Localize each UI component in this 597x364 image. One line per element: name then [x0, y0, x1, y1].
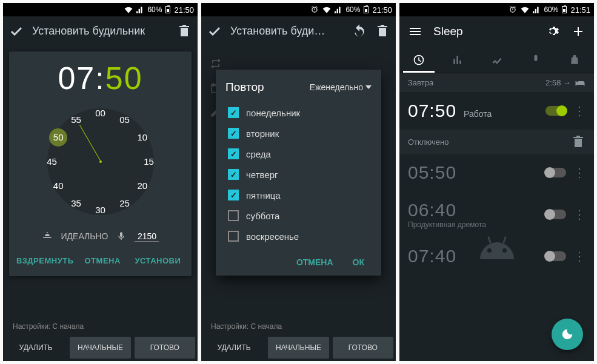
alarm-switch[interactable]	[545, 168, 566, 177]
moon-icon	[561, 328, 574, 341]
phone-1-time-picker: 60% 21:50 Установить будильник 07:50 000…	[3, 3, 198, 361]
clock-icon	[413, 54, 425, 66]
day-row-6[interactable]: воскресенье	[225, 226, 372, 247]
day-label: пятница	[246, 190, 281, 200]
clock-minute-05[interactable]: 05	[116, 111, 134, 129]
confirm-icon[interactable]	[207, 24, 222, 38]
more-icon[interactable]: ⋮	[573, 211, 585, 217]
settings-icon[interactable]	[545, 24, 560, 39]
battery-percent: 60%	[147, 5, 162, 14]
alarm-status-icon	[310, 5, 319, 14]
status-bar: 60% 21:50	[3, 3, 198, 16]
sleep-fab[interactable]	[552, 319, 583, 350]
frequency-dropdown[interactable]: Еженедельно	[310, 82, 372, 92]
clock-minute-35[interactable]: 35	[67, 194, 85, 213]
alarm-sublabel: Продуктивная дремота	[408, 220, 538, 229]
clock-minute-20[interactable]: 20	[133, 177, 152, 195]
clock-minute-45[interactable]: 45	[43, 153, 61, 171]
day-label: суббота	[246, 211, 279, 221]
bars-icon	[452, 54, 464, 66]
day-checkbox[interactable]	[228, 190, 239, 200]
day-label: среда	[246, 149, 271, 159]
more-icon[interactable]: ⋮	[573, 108, 585, 114]
tab-graph[interactable]	[477, 47, 516, 73]
delete-disabled-icon[interactable]	[571, 134, 585, 149]
cancel-button[interactable]: ОТМЕНА	[75, 250, 130, 271]
clock-minute-15[interactable]: 15	[140, 153, 158, 171]
alarm-row[interactable]: 06:40Продуктивная дремота ⋮	[399, 191, 594, 237]
day-row-1[interactable]: вторник	[225, 123, 372, 144]
day-checkbox[interactable]	[228, 128, 239, 139]
voice-input[interactable]: 2150	[135, 231, 159, 242]
day-label: вторник	[246, 128, 279, 139]
dialog-cancel-button[interactable]: ОТМЕНА	[289, 251, 341, 273]
day-row-4[interactable]: пятница	[225, 185, 372, 205]
mic-tab-icon	[530, 54, 542, 66]
nap-button[interactable]: ВЗДРЕМНУТЬ	[15, 250, 75, 271]
ideal-label[interactable]: ИДЕАЛЬНО	[61, 231, 108, 241]
day-checkbox[interactable]	[228, 169, 239, 180]
clock-minute-50[interactable]: 50	[49, 128, 67, 147]
alarm-label: Работа	[464, 109, 538, 119]
wifi-icon	[322, 6, 331, 13]
battery-percent: 60%	[345, 5, 360, 14]
day-checkbox[interactable]	[228, 231, 239, 242]
done-button[interactable]: ГОТОВО	[333, 337, 393, 359]
alarm-time: 05:50	[408, 162, 538, 183]
app-bar: Sleep	[399, 16, 594, 47]
day-checkbox[interactable]	[228, 210, 239, 221]
day-checkbox[interactable]	[228, 148, 239, 159]
tab-noise[interactable]	[516, 47, 555, 73]
battery-icon	[165, 6, 170, 13]
delete-icon[interactable]	[375, 24, 390, 38]
clock-face[interactable]: 000510152025303540455055	[40, 101, 161, 222]
day-row-0[interactable]: понедельник	[225, 102, 372, 123]
battery-percent: 60%	[544, 5, 558, 14]
clock-minute-40[interactable]: 40	[49, 177, 67, 195]
done-button[interactable]: ГОТОВО	[135, 337, 195, 359]
section-tomorrow: Завтра 2:58 →	[399, 73, 594, 92]
undo-icon[interactable]	[352, 24, 367, 38]
alarm-row[interactable]: 05:50 ⋮	[399, 154, 594, 191]
delete-icon[interactable]	[177, 24, 192, 38]
delete-button[interactable]: УДАЛИТЬ	[5, 337, 66, 359]
more-icon[interactable]: ⋮	[573, 253, 585, 259]
clock-minute-30[interactable]: 30	[92, 201, 110, 219]
status-time: 21:50	[174, 5, 194, 15]
menu-icon[interactable]	[408, 24, 422, 39]
alarm-switch[interactable]	[545, 210, 566, 219]
alarm-status-icon	[509, 5, 517, 14]
day-row-5[interactable]: суббота	[225, 205, 372, 226]
bottom-bar: УДАЛИТЬ НАЧАЛЬНЫЕ ГОТОВО	[201, 334, 396, 361]
action-bar: Установить буди…	[201, 16, 396, 45]
set-button[interactable]: УСТАНОВИ	[130, 250, 185, 271]
status-time: 21:51	[570, 5, 590, 15]
tab-alarms[interactable]	[399, 47, 438, 73]
day-row-3[interactable]: четверг	[225, 164, 372, 185]
initial-button[interactable]: НАЧАЛЬНЫЕ	[70, 337, 130, 359]
clock-minute-55[interactable]: 55	[67, 111, 85, 129]
hour-value[interactable]: 07	[58, 61, 95, 96]
minute-value[interactable]: 50	[105, 61, 143, 96]
more-icon[interactable]: ⋮	[573, 170, 585, 176]
tab-addons[interactable]	[555, 47, 594, 73]
alarm-switch[interactable]	[545, 251, 566, 261]
delete-button[interactable]: УДАЛИТЬ	[204, 337, 264, 359]
day-checkbox[interactable]	[228, 107, 239, 118]
ideal-row: ИДЕАЛЬНО 2150	[15, 231, 185, 242]
time-display[interactable]: 07:50	[15, 60, 185, 96]
mic-icon[interactable]	[116, 231, 126, 241]
clock-minute-25[interactable]: 25	[116, 194, 134, 213]
clock-minute-10[interactable]: 10	[133, 128, 152, 147]
add-icon[interactable]	[571, 24, 585, 39]
battery-icon	[364, 6, 369, 13]
tab-stats[interactable]	[438, 47, 477, 73]
dialog-ok-button[interactable]: ОК	[345, 251, 372, 273]
day-row-2[interactable]: среда	[225, 144, 372, 164]
confirm-icon[interactable]	[9, 24, 24, 38]
alarm-row[interactable]: 07:50 Работа ⋮	[399, 92, 594, 130]
initial-button[interactable]: НАЧАЛЬНЫЕ	[268, 337, 329, 359]
alarm-switch[interactable]	[545, 106, 566, 116]
clock-minute-00[interactable]: 00	[92, 104, 110, 122]
screen-title: Установить буди…	[230, 25, 344, 38]
